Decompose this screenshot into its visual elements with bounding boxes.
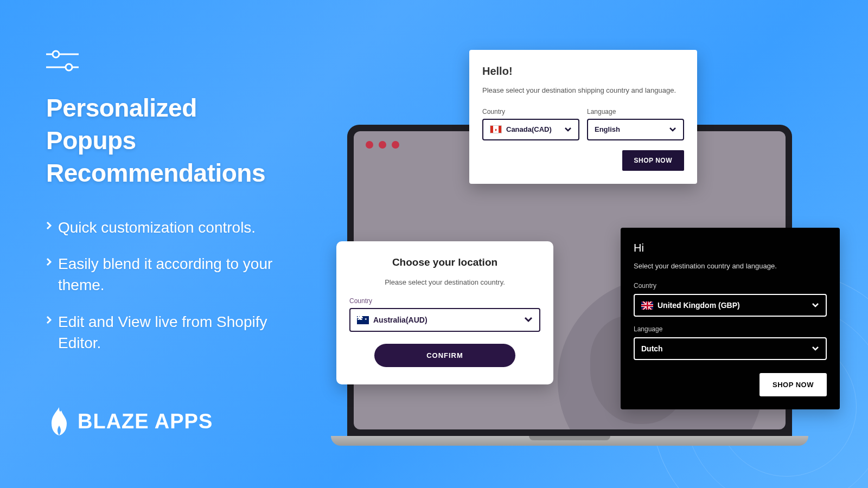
chevron-down-icon xyxy=(669,127,676,132)
chevron-down-icon xyxy=(524,317,533,323)
sliders-icon xyxy=(46,48,84,75)
uk-flag-icon xyxy=(641,301,653,310)
australia-flag-icon xyxy=(357,316,369,324)
list-item: Quick customization controls. xyxy=(46,217,285,238)
popup-subtitle: Please select your destination country. xyxy=(349,278,540,286)
popup-title: Hi xyxy=(634,242,827,254)
chevron-down-icon xyxy=(564,127,572,132)
language-dropdown[interactable]: Dutch xyxy=(634,337,827,360)
heading-line: Personalized xyxy=(46,92,265,125)
chevron-down-icon xyxy=(812,346,819,351)
confirm-button[interactable]: CONFIRM xyxy=(374,344,515,367)
popup-subtitle: Select your destination country and lang… xyxy=(634,262,827,270)
field-label: Language xyxy=(634,325,827,333)
language-field: Language English xyxy=(587,108,684,140)
page-title: Personalized Popups Recommendations xyxy=(46,92,265,189)
field-label: Country xyxy=(634,282,827,290)
dropdown-value: Australia(AUD) xyxy=(373,316,427,324)
brand-name: BLAZE APPS xyxy=(78,410,213,433)
field-label: Language xyxy=(587,108,684,115)
country-field: Country ♦ Canada(CAD) xyxy=(482,108,579,140)
field-label: Country xyxy=(349,297,540,305)
chevron-right-icon xyxy=(46,221,53,230)
language-dropdown[interactable]: English xyxy=(587,119,684,140)
dropdown-value: Dutch xyxy=(641,344,663,353)
feature-list: Quick customization controls. Easily ble… xyxy=(46,217,285,369)
popup-hello: Hello! Please select your destination sh… xyxy=(469,50,697,184)
window-dot-icon xyxy=(366,141,373,149)
dropdown-value: English xyxy=(595,125,620,133)
svg-point-1 xyxy=(53,51,59,57)
popup-title: Choose your location xyxy=(349,256,540,268)
laptop-notch xyxy=(529,436,610,440)
canada-flag-icon: ♦ xyxy=(490,125,502,133)
heading-line: Recommendations xyxy=(46,157,265,190)
shop-now-button[interactable]: SHOP NOW xyxy=(622,150,684,171)
window-dot-icon xyxy=(379,141,386,149)
shop-now-button[interactable]: SHOP NOW xyxy=(760,373,827,396)
bullet-text: Edit and View live from Shopify Editor. xyxy=(58,311,285,354)
popup-subtitle: Please select your destination shipping … xyxy=(482,85,684,96)
brand-logo: BLAZE APPS xyxy=(46,406,213,436)
heading-line: Popups xyxy=(46,125,265,157)
dropdown-value: United Kingdom (GBP) xyxy=(658,301,740,310)
list-item: Easily blend it according to your theme. xyxy=(46,253,285,296)
field-label: Country xyxy=(482,108,579,115)
dropdown-value: Canada(CAD) xyxy=(506,125,552,133)
chevron-down-icon xyxy=(812,303,819,308)
country-dropdown[interactable]: ♦ Canada(CAD) xyxy=(482,119,579,140)
popup-choose-location: Choose your location Please select your … xyxy=(336,241,553,384)
chevron-right-icon xyxy=(46,258,53,266)
window-dot-icon xyxy=(392,141,399,149)
popup-title: Hello! xyxy=(482,65,684,78)
country-dropdown[interactable]: United Kingdom (GBP) xyxy=(634,294,827,317)
laptop-base xyxy=(331,436,808,446)
svg-point-3 xyxy=(66,64,72,70)
chevron-right-icon xyxy=(46,316,53,324)
country-dropdown[interactable]: Australia(AUD) xyxy=(349,308,540,332)
list-item: Edit and View live from Shopify Editor. xyxy=(46,311,285,354)
bullet-text: Easily blend it according to your theme. xyxy=(58,253,285,296)
popup-hi-dark: Hi Select your destination country and l… xyxy=(621,228,840,409)
flame-icon xyxy=(46,406,72,436)
bullet-text: Quick customization controls. xyxy=(58,217,256,238)
